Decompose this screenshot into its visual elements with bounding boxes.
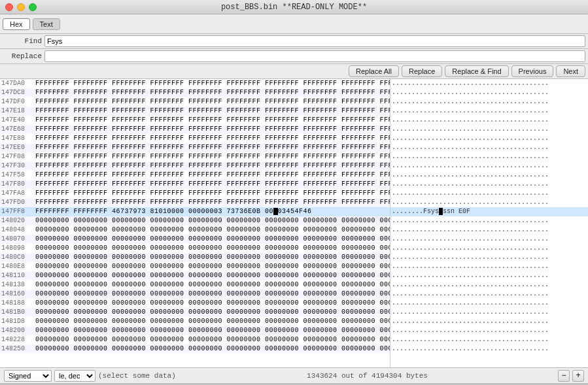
row-address: 1481D8 <box>0 317 35 326</box>
hex-row[interactable]: 147E18FFFFFFFF FFFFFFFF FFFFFFFF FFFFFFF… <box>0 107 390 116</box>
dec-select[interactable]: le, dec be, dec le, hex <box>54 370 95 382</box>
hex-pane[interactable]: 147DA0FFFFFFFF FFFFFFFF FFFFFFFF FFFFFFF… <box>0 79 390 367</box>
text-pane[interactable]: ........................................… <box>390 79 588 367</box>
hex-row[interactable]: 147EE0FFFFFFFF FFFFFFFF FFFFFFFF FFFFFFF… <box>0 143 390 152</box>
hex-bytes: FFFFFFFF FFFFFFFF FFFFFFFF FFFFFFFF FFFF… <box>35 88 390 97</box>
row-address: 1480E8 <box>0 262 35 271</box>
text-row[interactable]: ........................................ <box>390 244 588 253</box>
row-address: 147DF0 <box>0 97 35 107</box>
replace-find-button[interactable]: Replace & Find <box>445 65 508 77</box>
hex-row[interactable]: 14820000000000 00000000 00000000 0000000… <box>0 326 390 335</box>
hex-row[interactable]: 1480E800000000 00000000 00000000 0000000… <box>0 262 390 271</box>
minimize-button[interactable] <box>17 3 25 11</box>
signed-select[interactable]: Signed Unsigned <box>4 370 52 382</box>
hex-tab[interactable]: Hex <box>3 18 30 30</box>
hex-row[interactable]: 147E68FFFFFFFF FFFFFFFF FFFFFFFF FFFFFFF… <box>0 125 390 134</box>
text-row[interactable]: ........................................ <box>390 116 588 125</box>
hex-row[interactable]: 147FA8FFFFFFFF FFFFFFFF FFFFFFFF FFFFFFF… <box>0 189 390 198</box>
text-row[interactable]: ........Fsys ssn E0F <box>390 207 588 216</box>
row-address: 147E18 <box>0 107 35 116</box>
row-address: 148188 <box>0 299 35 308</box>
hex-row[interactable]: 14822800000000 00000000 00000000 0000000… <box>0 335 390 344</box>
traffic-lights <box>5 3 37 11</box>
row-address: 148070 <box>0 235 35 244</box>
hex-row[interactable]: 147FD0FFFFFFFF FFFFFFFF FFFFFFFF FFFFFFF… <box>0 198 390 207</box>
text-row[interactable]: ........................................ <box>390 235 588 244</box>
hex-row[interactable]: 147F08FFFFFFFF FFFFFFFF FFFFFFFF FFFFFFF… <box>0 152 390 161</box>
hex-row[interactable]: 147F58FFFFFFFF FFFFFFFF FFFFFFFF FFFFFFF… <box>0 171 390 180</box>
text-row[interactable]: ........................................ <box>390 161 588 171</box>
hex-row[interactable]: 14813800000000 00000000 00000000 0000000… <box>0 280 390 290</box>
hex-bytes: 00000000 00000000 00000000 00000000 0000… <box>35 262 390 271</box>
increment-button[interactable]: + <box>572 370 584 382</box>
hex-row[interactable]: 147DC8FFFFFFFF FFFFFFFF FFFFFFFF FFFFFFF… <box>0 88 390 97</box>
hex-row[interactable]: 14809800000000 00000000 00000000 0000000… <box>0 244 390 253</box>
text-row[interactable]: ........................................ <box>390 326 588 335</box>
row-address: 148228 <box>0 335 35 344</box>
text-row[interactable]: ........................................ <box>390 152 588 161</box>
text-row[interactable]: ........................................ <box>390 88 588 97</box>
text-row[interactable]: ........................................ <box>390 308 588 317</box>
selected-hex <box>273 208 278 215</box>
hex-bytes: 00000000 00000000 00000000 00000000 0000… <box>35 290 390 299</box>
text-row[interactable]: ........................................ <box>390 253 588 262</box>
position-text: 1343624 out of 4194304 bytes <box>179 372 555 380</box>
hex-row[interactable]: 1481D800000000 00000000 00000000 0000000… <box>0 317 390 326</box>
hex-row[interactable]: 14804800000000 00000000 00000000 0000000… <box>0 226 390 235</box>
row-address: 148020 <box>0 216 35 226</box>
hex-row[interactable]: 14825000000000 00000000 00000000 0000000… <box>0 344 390 354</box>
text-row[interactable]: ........................................ <box>390 107 588 116</box>
hex-row[interactable]: 147DA0FFFFFFFF FFFFFFFF FFFFFFFF FFFFFFF… <box>0 79 390 88</box>
previous-button[interactable]: Previous <box>511 65 554 77</box>
text-row[interactable]: ........................................ <box>390 271 588 280</box>
title-bar: post_BBS.bin **READ-ONLY MODE** <box>0 0 588 14</box>
hex-row[interactable]: 14816000000000 00000000 00000000 0000000… <box>0 290 390 299</box>
hex-row[interactable]: 147E88FFFFFFFF FFFFFFFF FFFFFFFF FFFFFFF… <box>0 134 390 143</box>
hex-row[interactable]: 1480C000000000 00000000 00000000 0000000… <box>0 253 390 262</box>
text-row[interactable]: ........................................ <box>390 171 588 180</box>
text-row[interactable]: ........................................ <box>390 79 588 88</box>
hex-row[interactable]: 14811000000000 00000000 00000000 0000000… <box>0 271 390 280</box>
hex-row[interactable]: 147F80FFFFFFFF FFFFFFFF FFFFFFFF FFFFFFF… <box>0 180 390 189</box>
hex-bytes: FFFFFFFF FFFFFFFF FFFFFFFF FFFFFFFF FFFF… <box>35 79 390 88</box>
row-address: 147DC8 <box>0 88 35 97</box>
text-row[interactable]: ........................................ <box>390 198 588 207</box>
text-row[interactable]: ........................................ <box>390 125 588 134</box>
hex-row[interactable]: 147DF0FFFFFFFF FFFFFFFF FFFFFFFF FFFFFFF… <box>0 97 390 107</box>
hex-row[interactable]: 147F30FFFFFFFF FFFFFFFF FFFFFFFF FFFFFFF… <box>0 161 390 171</box>
hex-row[interactable]: 147E40FFFFFFFF FFFFFFFF FFFFFFFF FFFFFFF… <box>0 116 390 125</box>
text-row[interactable]: ........................................ <box>390 143 588 152</box>
text-row[interactable]: ........................................ <box>390 134 588 143</box>
next-button[interactable]: Next <box>556 65 585 77</box>
find-input[interactable] <box>44 35 585 47</box>
row-address: 147FA8 <box>0 189 35 198</box>
text-row[interactable]: ........................................ <box>390 216 588 226</box>
row-address: 147E88 <box>0 134 35 143</box>
hex-bytes: FFFFFFFF FFFFFFFF FFFFFFFF FFFFFFFF FFFF… <box>35 134 390 143</box>
text-row[interactable]: ........................................ <box>390 226 588 235</box>
text-tab[interactable]: Text <box>33 18 60 30</box>
text-row[interactable]: ........................................ <box>390 97 588 107</box>
hex-row[interactable]: 1481B000000000 00000000 00000000 0000000… <box>0 308 390 317</box>
replace-all-button[interactable]: Replace All <box>349 65 399 77</box>
text-row[interactable]: ........................................ <box>390 280 588 290</box>
text-row[interactable]: ........................................ <box>390 299 588 308</box>
replace-input[interactable] <box>44 50 585 62</box>
text-row[interactable]: ........................................ <box>390 335 588 344</box>
decrement-button[interactable]: − <box>558 370 570 382</box>
hex-row[interactable]: 147FF8FFFFFFFF FFFFFFFF 46737973 8101000… <box>0 207 390 216</box>
text-row[interactable]: ........................................ <box>390 344 588 354</box>
replace-button[interactable]: Replace <box>402 65 442 77</box>
text-row[interactable]: ........................................ <box>390 189 588 198</box>
text-row[interactable]: ........................................ <box>390 180 588 189</box>
row-address: 148200 <box>0 326 35 335</box>
text-row[interactable]: ........................................ <box>390 290 588 299</box>
hex-row[interactable]: 14807000000000 00000000 00000000 0000000… <box>0 235 390 244</box>
hex-row[interactable]: 14802000000000 00000000 00000000 0000000… <box>0 216 390 226</box>
text-row[interactable]: ........................................ <box>390 317 588 326</box>
hex-row[interactable]: 14818800000000 00000000 00000000 0000000… <box>0 299 390 308</box>
close-button[interactable] <box>5 3 13 11</box>
hex-bytes: FFFFFFFF FFFFFFFF FFFFFFFF FFFFFFFF FFFF… <box>35 180 390 189</box>
maximize-button[interactable] <box>29 3 37 11</box>
text-row[interactable]: ........................................ <box>390 262 588 271</box>
